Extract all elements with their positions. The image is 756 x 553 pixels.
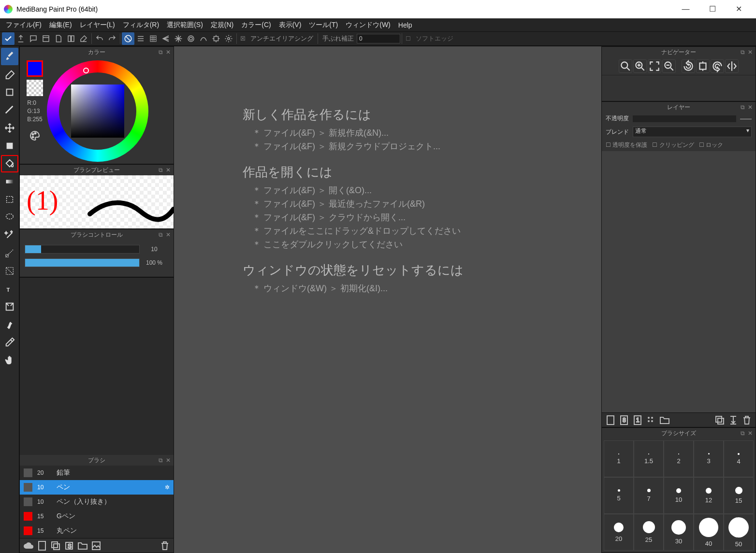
brush-size-cell[interactable]: 1.5: [634, 440, 664, 477]
eyedropper-tool[interactable]: [1, 334, 18, 351]
brush-folder-icon[interactable]: [77, 540, 88, 552]
toolbar-edit-icon[interactable]: [77, 32, 90, 45]
select-pen-tool[interactable]: [1, 244, 18, 262]
layer-merge-icon[interactable]: [727, 414, 739, 426]
redo-button[interactable]: [106, 32, 118, 45]
layer-folder-icon[interactable]: [659, 414, 670, 426]
layer-new-icon[interactable]: [605, 414, 616, 426]
layer-new8bit-icon[interactable]: 8: [618, 414, 630, 426]
select-eraser-tool[interactable]: [1, 262, 18, 280]
clipping-checkbox[interactable]: ☐ クリッピング: [652, 141, 694, 149]
softedge-checkbox[interactable]: ☐: [406, 35, 411, 42]
brush-new-icon[interactable]: [36, 540, 48, 552]
panel-close-icon[interactable]: ✕: [747, 49, 754, 56]
layer-new1bit-icon[interactable]: 1: [632, 414, 643, 426]
protect-alpha-checkbox[interactable]: ☐ 透明度を保護: [606, 141, 647, 149]
select-rect-tool[interactable]: [1, 191, 18, 208]
panel-close-icon[interactable]: ✕: [165, 457, 172, 464]
foreground-swatch[interactable]: [27, 60, 43, 77]
menu-ruler[interactable]: 定規(N): [207, 19, 237, 31]
panel-popout-icon[interactable]: ⧉: [157, 457, 164, 464]
flip-icon[interactable]: [725, 59, 739, 73]
brush-size-cell[interactable]: 40: [694, 514, 724, 551]
lock-checkbox[interactable]: ☐ ロック: [699, 141, 723, 149]
dot-tool[interactable]: [1, 101, 18, 119]
curve-snap-icon[interactable]: [197, 32, 210, 45]
toolbar-check-button[interactable]: [2, 32, 15, 45]
brush-size-cell[interactable]: 50: [724, 514, 754, 551]
gear-icon[interactable]: ✲: [165, 484, 170, 491]
panel-close-icon[interactable]: ✕: [747, 430, 754, 437]
brush-script-icon[interactable]: S: [63, 540, 75, 552]
zoom-in-icon[interactable]: [633, 59, 647, 73]
no-snap-button[interactable]: [122, 32, 134, 45]
brush-size-cell[interactable]: 10: [664, 477, 694, 514]
parallel-snap-icon[interactable]: [134, 32, 147, 45]
brush-size-slider[interactable]: [25, 245, 140, 254]
brush-opacity-slider[interactable]: [25, 258, 140, 267]
close-button[interactable]: ✕: [726, 0, 752, 18]
opacity-slider[interactable]: [633, 115, 736, 122]
magic-wand-tool[interactable]: [1, 227, 18, 244]
rotate-reset-icon[interactable]: [696, 59, 710, 73]
fill-tool[interactable]: [1, 137, 18, 155]
brush-size-cell[interactable]: 1: [604, 440, 634, 477]
menu-file[interactable]: ファイル(F): [2, 19, 45, 31]
eraser-tool[interactable]: [1, 66, 18, 83]
toolbar-document-icon[interactable]: [52, 32, 65, 45]
menu-color[interactable]: カラー(C): [237, 19, 275, 31]
bucket-tool[interactable]: [1, 155, 18, 172]
menu-select[interactable]: 選択範囲(S): [163, 19, 207, 31]
brush-delete-icon[interactable]: [159, 540, 171, 552]
operation-tool[interactable]: [1, 298, 18, 315]
antialias-checkbox[interactable]: ☒: [240, 35, 246, 42]
text-tool[interactable]: T: [1, 280, 18, 298]
brush-size-cell[interactable]: 5: [604, 477, 634, 514]
shape-tool[interactable]: [1, 84, 18, 101]
grid-snap-icon[interactable]: [147, 32, 160, 45]
panel-close-icon[interactable]: ✕: [165, 167, 172, 173]
layer-delete-icon[interactable]: [741, 414, 753, 426]
blend-select[interactable]: 通常▾: [633, 127, 752, 137]
panel-close-icon[interactable]: ✕: [165, 49, 172, 56]
undo-button[interactable]: [93, 32, 106, 45]
zoom-out-icon[interactable]: [662, 59, 676, 73]
toolbar-share-icon[interactable]: [15, 32, 27, 45]
toolbar-panel-icon[interactable]: [65, 32, 77, 45]
rotate-left-icon[interactable]: [682, 59, 695, 73]
panel-popout-icon[interactable]: ⧉: [739, 430, 746, 437]
layer-halftone-icon[interactable]: [645, 414, 657, 426]
canvas-area[interactable]: 新しく作品を作るには ＊ ファイル(&F) ＞ 新規作成(&N)...＊ ファイ…: [174, 46, 601, 553]
move-tool[interactable]: [1, 119, 18, 137]
brush-size-cell[interactable]: 30: [664, 514, 694, 551]
toolbar-comment-icon[interactable]: [27, 32, 40, 45]
brush-size-cell[interactable]: 25: [634, 514, 664, 551]
brush-cloud-icon[interactable]: [23, 540, 34, 552]
menu-filter[interactable]: フィルタ(R): [119, 19, 163, 31]
brush-size-cell[interactable]: 2: [664, 440, 694, 477]
brush-item[interactable]: 15 Gペン: [20, 509, 174, 524]
panel-popout-icon[interactable]: ⧉: [739, 104, 746, 111]
fit-screen-icon[interactable]: [648, 59, 661, 73]
vanish-left-icon[interactable]: [160, 32, 172, 45]
zoom-tool-icon[interactable]: [619, 59, 632, 73]
radial-snap-icon[interactable]: [172, 32, 185, 45]
menu-layer[interactable]: レイヤー(L): [76, 19, 119, 31]
gradient-tool[interactable]: [1, 173, 18, 190]
menu-edit[interactable]: 編集(E): [45, 19, 76, 31]
brush-item[interactable]: 15 丸ペン: [20, 524, 174, 538]
brush-item[interactable]: 10 ペン ✲: [20, 480, 174, 495]
color-wheel[interactable]: [47, 60, 148, 162]
panel-popout-icon[interactable]: ⧉: [157, 231, 164, 238]
background-swatch[interactable]: [27, 80, 43, 96]
panel-close-icon[interactable]: ✕: [747, 104, 754, 111]
menu-tool[interactable]: ツール(T): [305, 19, 342, 31]
brush-size-cell[interactable]: 3: [694, 440, 724, 477]
brush-item[interactable]: 20 鉛筆: [20, 466, 174, 480]
palette-icon[interactable]: [29, 130, 41, 142]
layer-duplicate-icon[interactable]: [714, 414, 726, 426]
brush-item[interactable]: 10 ペン（入り抜き）: [20, 495, 174, 509]
minimize-button[interactable]: —: [672, 0, 699, 18]
brush-size-cell[interactable]: 20: [604, 514, 634, 551]
brush-size-cell[interactable]: 12: [694, 477, 724, 514]
